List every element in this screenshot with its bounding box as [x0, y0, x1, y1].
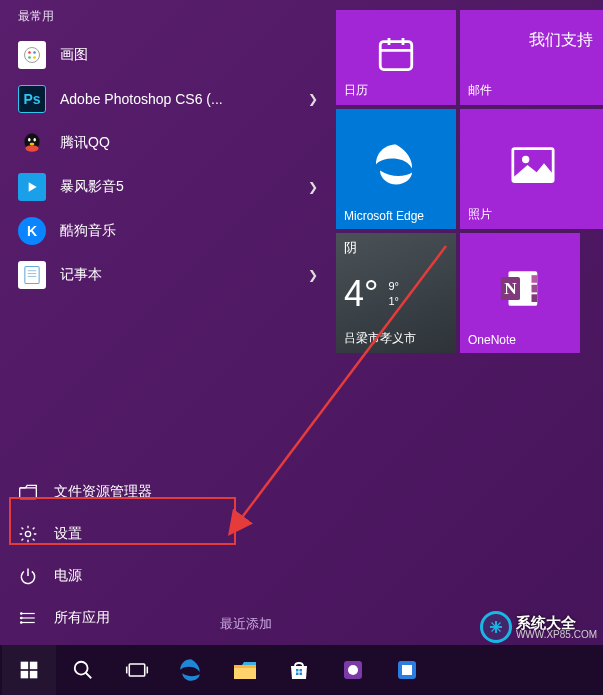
- app-icon: [395, 658, 419, 682]
- app-label: 画图: [60, 46, 318, 64]
- svg-marker-10: [29, 182, 37, 191]
- svg-rect-34: [532, 275, 538, 283]
- file-explorer-icon: [18, 482, 38, 502]
- tile-edge[interactable]: Microsoft Edge: [336, 109, 456, 229]
- svg-point-30: [522, 156, 529, 163]
- search-icon: [72, 659, 94, 681]
- sys-all-apps[interactable]: 所有应用: [0, 597, 330, 639]
- tile-onenote[interactable]: N OneNote: [460, 233, 580, 353]
- tile-calendar[interactable]: 日历: [336, 10, 456, 105]
- taskbar: [0, 645, 603, 695]
- weather-condition: 阴: [344, 239, 448, 257]
- svg-point-0: [25, 48, 40, 63]
- chevron-right-icon: ❯: [308, 92, 318, 106]
- svg-point-23: [21, 617, 23, 619]
- taskbar-task-view[interactable]: [110, 645, 164, 695]
- svg-point-55: [348, 665, 358, 675]
- app-item-baofeng[interactable]: 暴风影音5 ❯: [0, 165, 330, 209]
- svg-point-24: [21, 622, 23, 624]
- sys-file-explorer[interactable]: 文件资源管理器: [0, 471, 330, 513]
- app-item-qq[interactable]: 腾讯QQ: [0, 121, 330, 165]
- qq-icon: [18, 129, 46, 157]
- app-item-photoshop[interactable]: Ps Adobe Photoshop CS6 (... ❯: [0, 77, 330, 121]
- sys-label: 所有应用: [54, 609, 110, 627]
- weather-high: 9°: [388, 279, 399, 293]
- svg-rect-39: [21, 662, 29, 670]
- windows-icon: [19, 660, 39, 680]
- tile-weather[interactable]: 阴 4° 9° 1° 吕梁市孝义市: [336, 233, 456, 353]
- all-apps-icon: [18, 608, 38, 628]
- svg-rect-50: [296, 669, 299, 672]
- app-icon: [341, 658, 365, 682]
- store-icon: [287, 658, 311, 682]
- tile-photos[interactable]: 照片: [460, 109, 603, 229]
- notepad-icon: [18, 261, 46, 289]
- svg-rect-25: [380, 41, 412, 69]
- svg-rect-45: [129, 664, 144, 676]
- tile-label: 照片: [468, 206, 597, 223]
- svg-rect-51: [300, 669, 303, 672]
- chevron-right-icon: ❯: [308, 180, 318, 194]
- folder-icon: [232, 659, 258, 681]
- most-used-header: 最常用: [0, 4, 330, 33]
- svg-point-43: [75, 662, 88, 675]
- svg-point-9: [30, 143, 35, 146]
- edge-icon: [372, 140, 420, 191]
- svg-rect-40: [30, 662, 38, 670]
- calendar-icon: [375, 32, 417, 77]
- taskbar-store[interactable]: [272, 645, 326, 695]
- svg-point-6: [26, 145, 39, 152]
- weather-temp: 4°: [344, 273, 378, 315]
- app-label: 记事本: [60, 266, 308, 284]
- photoshop-icon: Ps: [18, 85, 46, 113]
- onenote-icon: N: [497, 266, 543, 315]
- svg-rect-15: [20, 488, 37, 499]
- svg-rect-53: [300, 673, 303, 676]
- start-left-column: 最常用 画图 Ps Adobe Photoshop CS6 (... ❯ 腾讯Q…: [0, 0, 330, 645]
- tile-mail[interactable]: 邮件: [460, 10, 603, 105]
- svg-point-4: [33, 56, 36, 59]
- app-item-notepad[interactable]: 记事本 ❯: [0, 253, 330, 297]
- taskbar-app-blue[interactable]: [380, 645, 434, 695]
- app-item-kugou[interactable]: K 酷狗音乐: [0, 209, 330, 253]
- weather-low: 1°: [388, 294, 399, 308]
- right-header-text: 我们支持: [529, 30, 593, 51]
- sys-label: 电源: [54, 567, 82, 585]
- app-label: 暴风影音5: [60, 178, 308, 196]
- svg-point-7: [28, 138, 31, 141]
- app-label: 腾讯QQ: [60, 134, 318, 152]
- svg-text:N: N: [504, 279, 517, 298]
- svg-line-44: [86, 673, 92, 679]
- taskbar-search[interactable]: [56, 645, 110, 695]
- svg-rect-11: [25, 266, 39, 283]
- baofeng-icon: [18, 173, 46, 201]
- task-view-icon: [125, 660, 149, 680]
- chevron-right-icon: ❯: [308, 268, 318, 282]
- start-menu: 最常用 画图 Ps Adobe Photoshop CS6 (... ❯ 腾讯Q…: [0, 0, 603, 645]
- taskbar-file-explorer[interactable]: [218, 645, 272, 695]
- svg-rect-42: [30, 671, 38, 679]
- svg-rect-52: [296, 673, 299, 676]
- weather-location: 吕梁市孝义市: [344, 330, 448, 347]
- sys-label: 文件资源管理器: [54, 483, 152, 501]
- taskbar-app-purple[interactable]: [326, 645, 380, 695]
- svg-rect-35: [532, 285, 538, 293]
- settings-icon: [18, 524, 38, 544]
- app-item-paint[interactable]: 画图: [0, 33, 330, 77]
- svg-rect-49: [234, 665, 256, 668]
- tile-label: Microsoft Edge: [344, 209, 448, 223]
- sys-settings[interactable]: 设置: [0, 513, 330, 555]
- power-icon: [18, 566, 38, 586]
- paint-icon: [18, 41, 46, 69]
- start-button[interactable]: [2, 645, 56, 695]
- tile-label: OneNote: [468, 333, 572, 347]
- app-label: Adobe Photoshop CS6 (...: [60, 91, 308, 107]
- sys-power[interactable]: 电源: [0, 555, 330, 597]
- sys-label: 设置: [54, 525, 82, 543]
- tile-label: 邮件: [468, 82, 597, 99]
- recently-added-label: 最近添加: [220, 615, 272, 633]
- svg-point-2: [33, 51, 36, 54]
- taskbar-edge[interactable]: [164, 645, 218, 695]
- svg-point-16: [25, 531, 30, 536]
- photos-icon: [511, 146, 555, 187]
